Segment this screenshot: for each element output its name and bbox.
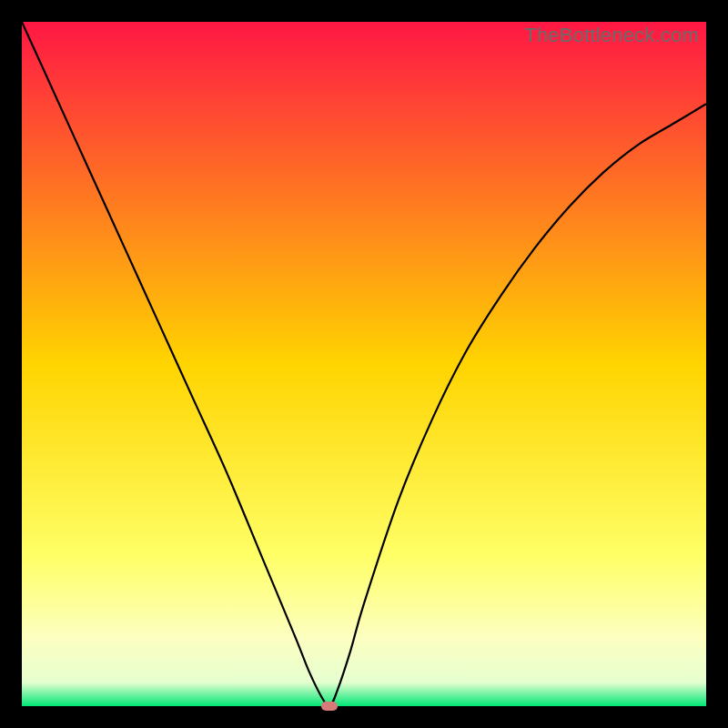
watermark-text: TheBottleneck.com [524, 24, 699, 47]
bottleneck-chart [22, 22, 706, 706]
optimal-marker [321, 702, 338, 711]
chart-frame: TheBottleneck.com [22, 22, 706, 706]
